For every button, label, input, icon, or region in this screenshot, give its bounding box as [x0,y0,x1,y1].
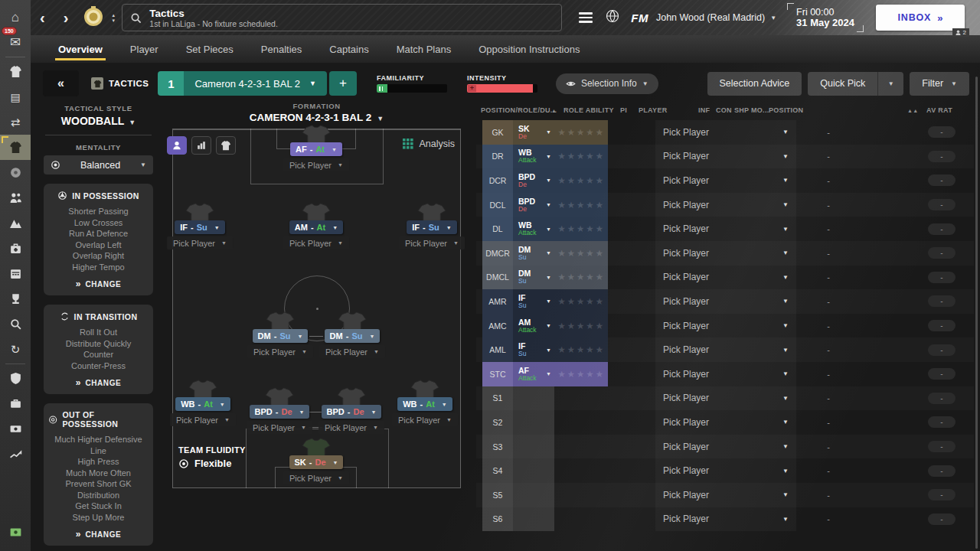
pick-player-dropdown[interactable]: Pick Player▼ [247,421,312,434]
selection-info-dropdown[interactable]: Selection Info ▼ [556,73,658,94]
role-dropdown[interactable]: DMSu ▼ [513,241,554,266]
manager-dropdown[interactable]: John Wood (Real Madrid) ▼ [656,12,776,23]
col-mo[interactable]: MO... [751,106,769,114]
col-av-rat[interactable]: AV RAT [926,106,952,114]
table-row-s6[interactable]: S6 Pick Player▼ - - [476,507,974,532]
tab-opposition-instructions[interactable]: Opposition Instructions [466,35,592,63]
table-row-amr[interactable]: AMR IFSu ▼ ★★★★★ Pick Player▼ - - [476,289,974,314]
transfers-icon[interactable]: ⇄ [0,109,31,135]
table-row-amc[interactable]: AMC AMAttack ▼ ★★★★★ Pick Player▼ - - [476,314,974,338]
pitch-player-dmcr[interactable]: DM-Su ▼ Pick Player▼ [319,311,385,358]
medical-centre-icon[interactable] [0,236,31,261]
pick-player-dropdown[interactable]: Pick Player▼ [655,435,796,459]
mentality-dropdown[interactable]: Balanced ▼ [44,155,153,174]
pick-player-dropdown[interactable]: Pick Player▼ [655,120,796,145]
role-dropdown[interactable]: SKDe ▼ [513,120,554,145]
role-dropdown[interactable]: AMAttack ▼ [513,314,554,338]
collapse-panel-button[interactable]: « [43,70,79,96]
pick-player-dropdown[interactable]: Pick Player▼ [655,458,796,483]
selection-advice-button[interactable]: Selection Advice [707,72,802,96]
pitch-player-dcl[interactable]: BPD-De ▼ Pick Player▼ [247,387,312,434]
table-row-dl[interactable]: DL WBAttack ▼ ★★★★★ Pick Player▼ - - [476,217,974,241]
pitch-player-dr[interactable]: WB-At ▼ Pick Player▼ [392,380,458,426]
cash-icon[interactable] [0,520,31,545]
pick-player-dropdown[interactable]: Pick Player▼ [167,236,233,249]
role-pill[interactable]: AF-At ▼ [290,142,342,156]
role-pill[interactable]: WB-At ▼ [175,397,230,411]
inbox-icon[interactable]: ✉ 150 [0,30,31,55]
formation-dropdown[interactable]: CAMERON 4-2-3-1 BAL 2▼ [172,112,461,123]
filter-button[interactable]: Filter▼ [910,72,969,96]
role-pill[interactable]: AM-At ▼ [289,220,343,234]
tab-player[interactable]: Player [118,35,171,63]
schedule-icon[interactable] [0,261,31,286]
pitch-player-dmcl[interactable]: DM-Su ▼ Pick Player▼ [247,311,313,358]
pick-player-dropdown[interactable]: Pick Player▼ [319,345,385,358]
role-dropdown[interactable]: IFSu ▼ [513,337,554,362]
team-switcher[interactable]: ▲▼ [111,13,116,23]
dev-centre-icon[interactable] [0,210,31,236]
quick-pick-options-button[interactable]: ▼ [877,72,903,96]
reports-icon[interactable]: ▤ [0,84,31,109]
tab-match-plans[interactable]: Match Plans [384,35,464,63]
menu-icon[interactable] [579,12,593,23]
pick-player-dropdown[interactable]: Pick Player▼ [247,345,313,358]
role-pill[interactable]: DM-Su ▼ [325,329,381,343]
table-row-s3[interactable]: S3 Pick Player▼ - - [476,435,974,459]
analysis-toggle[interactable]: Analysis [403,139,455,149]
change-out-of-possession-button[interactable]: » CHANGE [48,529,149,540]
pick-player-dropdown[interactable]: Pick Player▼ [170,413,236,426]
pitch-player-dl[interactable]: WB-At ▼ Pick Player▼ [170,380,236,426]
stats-view-button[interactable] [191,136,211,155]
table-row-s4[interactable]: S4 Pick Player▼ - - [476,458,974,483]
tactic-selector[interactable]: 1 Cameron 4-2-3-1 BAL 2 ▼ [158,71,326,96]
table-row-dcl[interactable]: DCL BPDDe ▼ ★★★★★ Pick Player▼ - - [476,193,974,217]
role-dropdown[interactable]: AFAttack ▼ [513,362,554,386]
table-row-dr[interactable]: DR WBAttack ▼ ★★★★★ Pick Player▼ - - [476,145,974,169]
role-dropdown[interactable]: WBAttack ▼ [513,145,554,169]
role-pill[interactable]: IF-Su ▼ [407,220,456,234]
inbox-button[interactable]: INBOX » 2 [876,5,965,31]
finances-icon[interactable] [0,416,31,442]
change-in-transition-button[interactable]: » CHANGE [48,377,149,388]
col-position[interactable]: POSITION [769,106,803,114]
table-row-dmcl[interactable]: DMCL DMSu ▼ ★★★★★ Pick Player▼ - - [476,266,974,290]
kit-view-button[interactable] [216,136,236,155]
col-player[interactable]: PLAYER [639,106,667,114]
role-dropdown[interactable]: IFSu ▼ [513,289,554,314]
tactics-icon[interactable] [0,135,31,160]
quick-pick-button[interactable]: Quick Pick [808,72,877,96]
pitch-player-gk[interactable]: SK-De ▼ Pick Player▼ [283,438,349,484]
role-dropdown[interactable]: BPDDe ▼ [513,193,554,217]
tactic-slot-number[interactable]: 1 [158,71,184,96]
col-con[interactable]: CON [716,106,732,114]
competitions-icon[interactable] [0,286,31,311]
pick-player-dropdown[interactable]: Pick Player▼ [655,314,796,338]
pick-player-dropdown[interactable]: Pick Player▼ [655,483,796,507]
role-dropdown[interactable]: WBAttack ▼ [513,217,554,241]
role-pill[interactable]: IF-Su ▼ [175,220,224,234]
table-row-s5[interactable]: S5 Pick Player▼ - - [476,483,974,507]
pick-player-dropdown[interactable]: Pick Player▼ [655,337,796,362]
sync-icon[interactable]: ↻ [0,337,31,362]
pick-player-dropdown[interactable]: Pick Player▼ [655,168,796,193]
title-search-box[interactable]: Tactics 1st in LaLiga - No fixture sched… [122,4,562,31]
pick-player-dropdown[interactable]: Pick Player▼ [655,410,796,435]
tab-captains[interactable]: Captains [317,35,381,63]
league-icon[interactable] [0,366,31,391]
col-pi[interactable]: PI [620,106,627,114]
staff-icon[interactable] [0,185,31,210]
pick-player-dropdown[interactable]: Pick Player▼ [318,421,384,434]
pick-player-dropdown[interactable]: Pick Player▼ [655,266,796,290]
pitch-player-aml[interactable]: IF-Su ▼ Pick Player▼ [167,203,233,249]
pitch-player-amr[interactable]: IF-Su ▼ Pick Player▼ [399,203,465,249]
table-row-dmcr[interactable]: DMCR DMSu ▼ ★★★★★ Pick Player▼ - - [476,241,974,266]
squad-icon[interactable] [0,59,31,84]
add-tactic-button[interactable]: + [329,71,357,96]
player-view-button[interactable] [167,136,187,155]
role-dropdown[interactable]: DMSu ▼ [513,266,554,290]
pick-player-dropdown[interactable]: Pick Player▼ [655,362,796,386]
table-row-stc[interactable]: STC AFAttack ▼ ★★★★★ Pick Player▼ - - [476,362,974,386]
table-row-dcr[interactable]: DCR BPDDe ▼ ★★★★★ Pick Player▼ - - [476,168,974,193]
pick-player-dropdown[interactable]: Pick Player▼ [655,145,796,169]
